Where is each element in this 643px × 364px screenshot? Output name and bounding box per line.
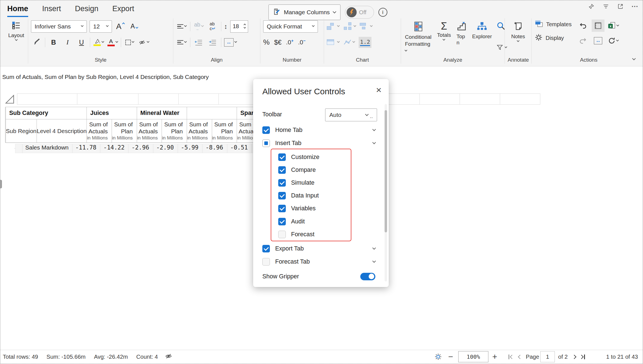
settings-gear-icon[interactable]: [434, 350, 442, 363]
zoom-out-button[interactable]: −: [448, 350, 453, 363]
fill-color-button[interactable]: [93, 36, 104, 49]
last-page-button[interactable]: [580, 350, 585, 363]
notes-button[interactable]: Notes: [508, 21, 529, 43]
checkbox-checked[interactable]: [278, 166, 286, 174]
value-cell[interactable]: -0.51: [227, 144, 252, 153]
column-header[interactable]: Level 4 Description: [37, 119, 87, 143]
value-cell[interactable]: -11.78: [72, 144, 100, 153]
checkbox-checked[interactable]: [262, 126, 270, 134]
tab-home[interactable]: Home: [7, 4, 28, 17]
fit-to-width-button[interactable]: ↔: [592, 35, 604, 47]
dialog-child-checkbox-row[interactable]: Compare: [278, 164, 316, 175]
first-page-button[interactable]: [508, 350, 514, 363]
empty-header-cell[interactable]: [419, 93, 460, 105]
tab-insert[interactable]: Insert: [42, 4, 61, 17]
empty-header-cell[interactable]: [77, 93, 138, 105]
value-cell[interactable]: -8.96: [202, 144, 227, 153]
hierarchy-chart-button[interactable]: [343, 20, 356, 33]
close-icon[interactable]: ×: [376, 85, 382, 95]
zoom-level-box[interactable]: 100%: [458, 351, 488, 362]
decrease-font-button[interactable]: A: [129, 20, 140, 33]
wrap-text-button[interactable]: abc↵: [207, 20, 218, 33]
more-options-icon[interactable]: ···: [632, 3, 638, 9]
group-header[interactable]: Sub Category: [6, 107, 87, 119]
checkbox-checked[interactable]: [278, 192, 286, 199]
toolbar-select[interactable]: Auto ..: [325, 109, 377, 121]
totals-button[interactable]: Σ Totals: [436, 21, 452, 42]
bar-chart-button[interactable]: [327, 20, 339, 33]
group-header[interactable]: Juices: [87, 107, 137, 119]
checkbox-checked[interactable]: [278, 205, 286, 212]
left-gripper[interactable]: [0, 180, 2, 188]
line-chart-button[interactable]: [343, 36, 355, 49]
underline-button[interactable]: U: [76, 36, 87, 49]
refresh-button[interactable]: [607, 35, 620, 47]
redo-button[interactable]: [577, 35, 589, 47]
value-cell[interactable]: -5.99: [178, 144, 202, 153]
checkbox-checked[interactable]: [278, 153, 286, 161]
measure-header[interactable]: Sum of Actualsin Millions: [137, 119, 162, 143]
select-all-corner-icon[interactable]: [5, 94, 15, 106]
chevron-down-icon[interactable]: [372, 141, 376, 144]
page-number-input[interactable]: 1: [540, 351, 555, 362]
focus-mode-icon[interactable]: [617, 3, 623, 9]
dialog-scrollbar-thumb[interactable]: [385, 110, 387, 232]
templates-button[interactable]: Templates: [534, 20, 572, 29]
level4-cell[interactable]: Sales Markdown: [22, 144, 72, 153]
dialog-checkbox-row[interactable]: Insert Tab: [262, 138, 378, 149]
checkbox-checked[interactable]: [278, 218, 286, 225]
measure-header[interactable]: Sum of Planin Millions: [212, 119, 237, 143]
show-gripper-toggle[interactable]: [360, 273, 375, 280]
font-color-button[interactable]: A: [107, 36, 118, 49]
dialog-checkbox-row[interactable]: Forecast Tab: [262, 256, 378, 267]
empty-header-cell[interactable]: [178, 93, 219, 105]
measure-header[interactable]: Sum of Planin Millions: [162, 119, 187, 143]
checkbox-unchecked[interactable]: [278, 231, 286, 238]
bold-button[interactable]: B: [48, 36, 59, 49]
pin-icon[interactable]: [588, 3, 594, 9]
quick-format-select[interactable]: Quick Format: [263, 20, 318, 33]
font-size-select[interactable]: 12: [90, 20, 112, 33]
borders-button[interactable]: [124, 36, 135, 49]
format-painter-button[interactable]: [31, 36, 42, 49]
value-cell[interactable]: -2.90: [153, 144, 178, 153]
chevron-down-icon[interactable]: [372, 259, 376, 263]
top-n-button[interactable]: Top n: [455, 21, 468, 46]
dialog-child-checkbox-row[interactable]: Data Input: [278, 190, 319, 201]
text-overflow-button[interactable]: ab→: [193, 20, 204, 33]
ai-toggle[interactable]: Off: [345, 6, 374, 19]
chevron-down-icon[interactable]: [372, 246, 376, 250]
chevron-down-icon[interactable]: [372, 127, 376, 131]
conditional-formatting-button[interactable]: Conditional Formatting: [404, 21, 433, 54]
value-cell[interactable]: -2.96: [128, 144, 153, 153]
empty-header-cell[interactable]: [17, 93, 77, 105]
dialog-child-checkbox-row[interactable]: Customize: [278, 151, 320, 163]
currency-button[interactable]: $€: [274, 38, 282, 46]
decrease-decimal-button[interactable]: .0−: [298, 38, 306, 46]
number-format-button[interactable]: 1.2: [359, 37, 371, 48]
checkbox-checked[interactable]: [262, 245, 270, 252]
ruler-button[interactable]: [592, 20, 604, 32]
value-cell[interactable]: -14.22: [100, 144, 128, 153]
empty-header-cell[interactable]: [138, 93, 179, 105]
sub-region-cell[interactable]: [15, 144, 22, 153]
measure-header[interactable]: Sum of Actualsin Millions: [187, 119, 212, 143]
horizontal-align-button[interactable]: [176, 36, 187, 49]
dialog-checkbox-row[interactable]: Export Tab: [262, 243, 378, 254]
dialog-child-checkbox-row[interactable]: Variables: [278, 203, 316, 214]
dialog-child-checkbox-row[interactable]: Audit: [278, 216, 305, 227]
percent-button[interactable]: %: [263, 38, 270, 47]
italic-button[interactable]: I: [62, 36, 73, 49]
increase-indent-button[interactable]: [207, 36, 218, 49]
column-header[interactable]: Sub Region: [6, 119, 37, 143]
layout-button[interactable]: Layout: [7, 20, 25, 42]
filter-lines-icon[interactable]: [603, 3, 609, 9]
vertical-align-button[interactable]: [176, 20, 187, 33]
dialog-child-checkbox-row[interactable]: Simulate: [278, 177, 315, 188]
decrease-indent-button[interactable]: [193, 36, 204, 49]
group-header[interactable]: [187, 107, 237, 119]
empty-header-cell[interactable]: [460, 93, 500, 105]
next-page-button[interactable]: [573, 350, 576, 363]
info-icon[interactable]: i: [378, 8, 387, 17]
row-height-stepper[interactable]: 18: [230, 20, 248, 33]
